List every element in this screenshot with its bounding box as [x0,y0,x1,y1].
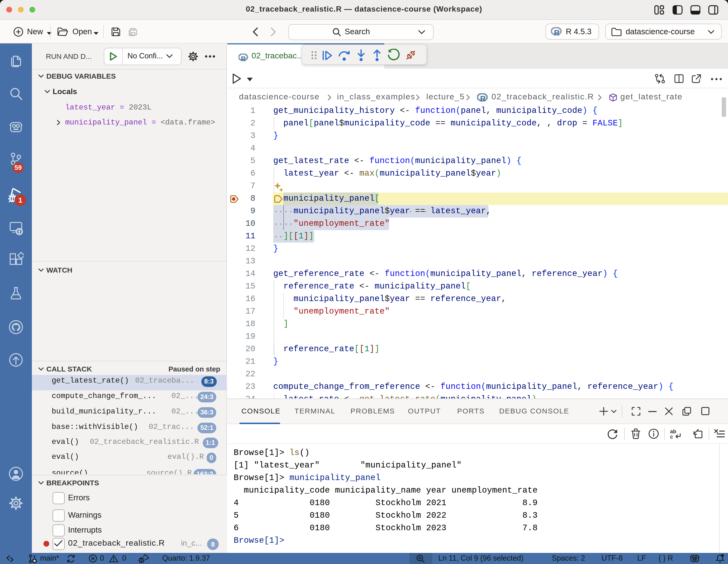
svg-text:R: R [554,28,560,36]
svg-text:R: R [241,55,246,62]
svg-text:c: c [670,434,673,439]
svg-text:R: R [480,94,486,102]
